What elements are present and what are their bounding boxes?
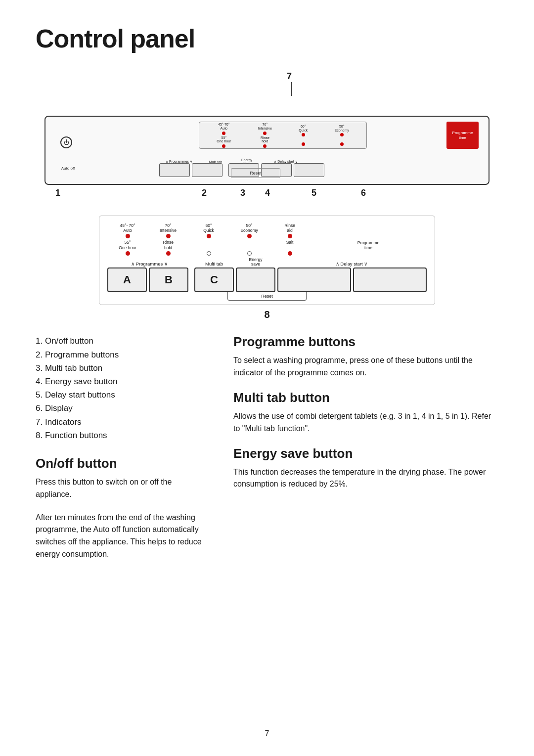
dot-70	[263, 132, 267, 135]
power-symbol: ⏻	[64, 139, 69, 145]
list-text-5: Delay start buttons	[45, 390, 115, 400]
programme-heading: Programme buttons	[233, 334, 498, 350]
list-num-7: 7.	[36, 417, 45, 427]
multitab-text: Allows the use of combi detergent tablet…	[233, 410, 498, 435]
btn-a-small	[159, 163, 190, 177]
onoff-circle: ⏻	[60, 136, 72, 148]
ind-rinse-aid: Rinse aid Salt	[269, 223, 310, 256]
multitab-heading: Multi tab button	[233, 390, 498, 405]
content-area: 1. On/off button 2. Programme buttons 3.…	[36, 334, 498, 571]
btn-e-small	[294, 163, 324, 177]
list-text-4: Energy save button	[45, 377, 117, 386]
enlarged-diagram: 45°- 70° Auto 55° One hour 70° Intensive…	[99, 216, 435, 320]
label-8: 8	[99, 309, 435, 320]
delay-start-label: ∧ Delay start ∨	[336, 261, 368, 267]
ind-col-3: 60°Quick	[299, 125, 308, 146]
energysave-label-block: Energysave	[235, 258, 276, 267]
delay-start-btn-2[interactable]	[353, 267, 427, 292]
indicator-area: 45°-70°Auto 55°One hour 70°Intensive Rin…	[199, 122, 367, 149]
multitab-label-block: Multi tab	[193, 261, 235, 267]
dot-rinse-hold	[263, 144, 267, 148]
list-num-8: 8.	[36, 431, 45, 440]
right-column: Programme buttons To select a washing pr…	[233, 334, 498, 571]
page-title: Control panel	[36, 24, 498, 53]
list-item-8: 8. Function buttons	[36, 429, 204, 442]
dot-60	[302, 133, 305, 136]
onoff-para-2: After ten minutes from the end of the wa…	[36, 512, 204, 561]
onoff-para-1: Press this button to switch on or off th…	[36, 476, 204, 501]
ind-col-4: 50°Economy	[335, 125, 349, 146]
energysave-heading: Energy save button	[233, 446, 498, 461]
dot-50	[340, 133, 344, 136]
indicator-top-row: 45°- 70° Auto 55° One hour 70° Intensive…	[107, 223, 427, 256]
programmes-label: ∧ Programmes ∨	[131, 261, 168, 267]
onoff-heading: On/off button	[36, 456, 204, 471]
list-item-2: 2. Programme buttons	[36, 348, 204, 361]
list-text-1: On/off button	[45, 336, 93, 346]
list-text-6: Display	[45, 403, 73, 413]
dot-auto	[222, 132, 225, 135]
delay-start-btn-group	[277, 267, 427, 292]
delaystart-label-block: ∧ Delay start ∨	[276, 261, 427, 267]
reset-small: Reset	[231, 168, 280, 178]
list-num-4: 4.	[36, 377, 45, 386]
label-4: 4	[265, 188, 270, 198]
ind-45-70: 45°- 70° Auto 55° One hour	[107, 223, 148, 256]
numbered-list: 1. On/off button 2. Programme buttons 3.…	[36, 334, 204, 442]
btn-b-small	[192, 163, 222, 177]
label-5: 5	[312, 188, 316, 198]
list-item-4: 4. Energy save button	[36, 375, 204, 388]
button-row-enlarged: A B C	[107, 267, 427, 292]
left-column: 1. On/off button 2. Programme buttons 3.…	[36, 334, 204, 571]
list-item-7: 7. Indicators	[36, 415, 204, 429]
page-number: 7	[265, 729, 269, 738]
list-num-1: 1.	[36, 336, 45, 346]
label-6: 6	[361, 188, 366, 198]
btn-a[interactable]: A	[107, 267, 147, 292]
dot-empty-4	[340, 142, 344, 146]
btn-plain-1[interactable]	[236, 267, 275, 292]
ind-programme-time: Programme time	[310, 225, 427, 256]
label-2: 2	[202, 188, 207, 198]
energysave-label: Energysave	[249, 258, 263, 267]
label-1: 1	[55, 188, 60, 198]
delay-start-btn-1[interactable]	[277, 267, 351, 292]
reset-bar-container: Reset	[107, 292, 427, 301]
list-item-5: 5. Delay start buttons	[36, 388, 204, 401]
list-text-7: Indicators	[45, 417, 82, 427]
reset-label: Reset	[227, 292, 307, 301]
ind-60: 60° Quick	[188, 223, 229, 256]
btn-b[interactable]: B	[149, 267, 188, 292]
auto-off-label: Auto off	[54, 166, 82, 171]
ind-70: 70° Intensive Rinse hold	[148, 223, 188, 256]
list-item-3: 3. Multi tab button	[36, 361, 204, 375]
list-num-2: 2.	[36, 350, 45, 359]
label-3: 3	[240, 188, 245, 198]
above-btn-labels: ∧ Programmes ∨ Multi tab Energysave ∧ De…	[107, 258, 427, 267]
ind-col-2: 70°Intensive Rinsehold	[258, 123, 272, 148]
programme-time-box: Programmetime	[446, 122, 479, 149]
list-num-3: 3.	[36, 363, 45, 373]
list-num-6: 6.	[36, 403, 45, 413]
programme-time-label: Programmetime	[452, 131, 473, 140]
programme-text: To select a washing programme, press one…	[233, 355, 498, 379]
programmes-label-block: ∧ Programmes ∨	[107, 261, 191, 267]
top-diagram: 7 ⏻ Auto off 45°-70°Auto 55°One hour 70°…	[36, 71, 498, 200]
list-item-1: 1. On/off button	[36, 334, 204, 348]
energysave-text: This function decreases the temperature …	[233, 466, 498, 491]
list-text-3: Multi tab button	[45, 363, 102, 373]
list-item-6: 6. Display	[36, 401, 204, 415]
list-num-5: 5.	[36, 390, 45, 400]
list-text-2: Programme buttons	[45, 350, 119, 359]
appliance-panel: ⏻ Auto off 45°-70°Auto 55°One hour 70°In…	[44, 116, 490, 185]
ind-col-1: 45°-70°Auto 55°One hour	[217, 123, 231, 148]
list-text-8: Function buttons	[45, 431, 107, 440]
ind-50: 50° Economy	[229, 223, 269, 256]
label-7: 7	[287, 71, 292, 82]
dot-empty-3	[302, 142, 305, 146]
btn-c[interactable]: C	[194, 267, 234, 292]
dot-55	[222, 144, 225, 148]
multitab-label: Multi tab	[205, 261, 223, 267]
